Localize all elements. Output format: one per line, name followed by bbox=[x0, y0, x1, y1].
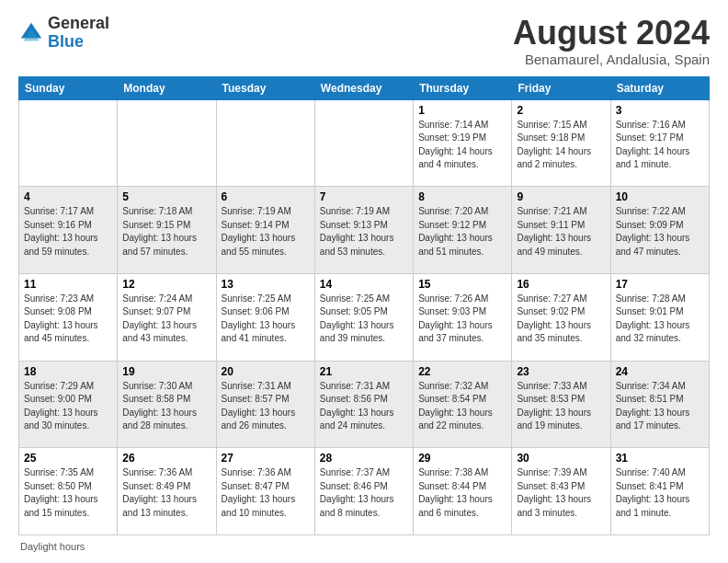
day-info: Sunrise: 7:34 AMSunset: 8:51 PMDaylight:… bbox=[616, 380, 704, 433]
calendar-cell: 9Sunrise: 7:21 AMSunset: 9:11 PMDaylight… bbox=[512, 187, 610, 274]
calendar-cell: 8Sunrise: 7:20 AMSunset: 9:12 PMDaylight… bbox=[414, 187, 512, 274]
calendar-cell: 26Sunrise: 7:36 AMSunset: 8:49 PMDayligh… bbox=[118, 448, 216, 535]
calendar-cell: 3Sunrise: 7:16 AMSunset: 9:17 PMDaylight… bbox=[610, 99, 709, 187]
day-number: 29 bbox=[418, 452, 506, 465]
day-info: Sunrise: 7:35 AMSunset: 8:50 PMDaylight:… bbox=[24, 466, 112, 520]
day-info: Sunrise: 7:19 AMSunset: 9:13 PMDaylight:… bbox=[320, 205, 408, 259]
page: General Blue August 2024 Benamaurel, And… bbox=[0, 0, 728, 563]
calendar-cell: 22Sunrise: 7:32 AMSunset: 8:54 PMDayligh… bbox=[414, 361, 512, 448]
calendar-week-row: 25Sunrise: 7:35 AMSunset: 8:50 PMDayligh… bbox=[19, 448, 710, 535]
day-info: Sunrise: 7:25 AMSunset: 9:05 PMDaylight:… bbox=[320, 293, 408, 346]
calendar-cell: 29Sunrise: 7:38 AMSunset: 8:44 PMDayligh… bbox=[414, 448, 512, 535]
day-number: 23 bbox=[517, 365, 605, 378]
day-number: 21 bbox=[320, 365, 408, 378]
day-info: Sunrise: 7:14 AMSunset: 9:19 PMDaylight:… bbox=[418, 119, 506, 172]
logo-text: General Blue bbox=[48, 15, 109, 52]
day-number: 17 bbox=[616, 278, 704, 291]
calendar-week-row: 4Sunrise: 7:17 AMSunset: 9:16 PMDaylight… bbox=[19, 187, 710, 274]
day-number: 19 bbox=[122, 365, 210, 378]
calendar-cell: 16Sunrise: 7:27 AMSunset: 9:02 PMDayligh… bbox=[512, 273, 610, 361]
day-number: 9 bbox=[517, 190, 605, 203]
calendar-table: SundayMondayTuesdayWednesdayThursdayFrid… bbox=[18, 76, 710, 535]
calendar-cell: 10Sunrise: 7:22 AMSunset: 9:09 PMDayligh… bbox=[610, 187, 709, 274]
day-info: Sunrise: 7:40 AMSunset: 8:41 PMDaylight:… bbox=[616, 466, 704, 520]
day-info: Sunrise: 7:33 AMSunset: 8:53 PMDaylight:… bbox=[517, 380, 605, 433]
day-number: 1 bbox=[418, 104, 506, 117]
day-number: 11 bbox=[24, 278, 112, 291]
logo: General Blue bbox=[18, 15, 109, 52]
calendar-cell bbox=[314, 99, 413, 187]
day-number: 4 bbox=[24, 190, 112, 203]
day-info: Sunrise: 7:36 AMSunset: 8:49 PMDaylight:… bbox=[122, 466, 210, 520]
calendar-header-row: SundayMondayTuesdayWednesdayThursdayFrid… bbox=[19, 76, 710, 99]
day-info: Sunrise: 7:30 AMSunset: 8:58 PMDaylight:… bbox=[122, 380, 210, 433]
calendar-cell: 1Sunrise: 7:14 AMSunset: 9:19 PMDaylight… bbox=[414, 99, 512, 187]
day-number: 24 bbox=[616, 365, 704, 378]
calendar-cell: 28Sunrise: 7:37 AMSunset: 8:46 PMDayligh… bbox=[314, 448, 413, 535]
day-info: Sunrise: 7:20 AMSunset: 9:12 PMDaylight:… bbox=[418, 205, 506, 259]
calendar-day-header: Sunday bbox=[19, 76, 118, 99]
day-number: 5 bbox=[122, 190, 210, 203]
day-number: 25 bbox=[24, 452, 112, 465]
day-number: 16 bbox=[517, 278, 605, 291]
day-info: Sunrise: 7:27 AMSunset: 9:02 PMDaylight:… bbox=[517, 293, 605, 346]
day-info: Sunrise: 7:29 AMSunset: 9:00 PMDaylight:… bbox=[24, 380, 112, 433]
calendar-week-row: 11Sunrise: 7:23 AMSunset: 9:08 PMDayligh… bbox=[19, 273, 710, 361]
day-info: Sunrise: 7:25 AMSunset: 9:06 PMDaylight:… bbox=[222, 293, 310, 346]
footer-note: Daylight hours bbox=[18, 541, 710, 552]
calendar-cell: 11Sunrise: 7:23 AMSunset: 9:08 PMDayligh… bbox=[19, 273, 118, 361]
day-info: Sunrise: 7:22 AMSunset: 9:09 PMDaylight:… bbox=[616, 205, 704, 259]
header: General Blue August 2024 Benamaurel, And… bbox=[18, 15, 710, 67]
day-number: 27 bbox=[222, 452, 310, 465]
calendar-cell: 19Sunrise: 7:30 AMSunset: 8:58 PMDayligh… bbox=[118, 361, 216, 448]
day-number: 13 bbox=[222, 278, 310, 291]
month-title: August 2024 bbox=[513, 15, 710, 52]
day-info: Sunrise: 7:32 AMSunset: 8:54 PMDaylight:… bbox=[418, 380, 506, 433]
day-number: 28 bbox=[320, 452, 408, 465]
location: Benamaurel, Andalusia, Spain bbox=[513, 52, 710, 67]
calendar-cell: 13Sunrise: 7:25 AMSunset: 9:06 PMDayligh… bbox=[216, 273, 314, 361]
calendar-cell bbox=[19, 99, 118, 187]
calendar-cell: 12Sunrise: 7:24 AMSunset: 9:07 PMDayligh… bbox=[118, 273, 216, 361]
calendar-cell bbox=[216, 99, 314, 187]
day-info: Sunrise: 7:26 AMSunset: 9:03 PMDaylight:… bbox=[418, 293, 506, 346]
calendar-cell: 4Sunrise: 7:17 AMSunset: 9:16 PMDaylight… bbox=[19, 187, 118, 274]
calendar-day-header: Monday bbox=[118, 76, 216, 99]
day-number: 31 bbox=[616, 452, 704, 465]
calendar-cell: 24Sunrise: 7:34 AMSunset: 8:51 PMDayligh… bbox=[610, 361, 709, 448]
day-info: Sunrise: 7:18 AMSunset: 9:15 PMDaylight:… bbox=[122, 205, 210, 259]
calendar-cell: 7Sunrise: 7:19 AMSunset: 9:13 PMDaylight… bbox=[314, 187, 413, 274]
calendar-day-header: Wednesday bbox=[314, 76, 413, 99]
calendar-week-row: 18Sunrise: 7:29 AMSunset: 9:00 PMDayligh… bbox=[19, 361, 710, 448]
day-number: 10 bbox=[616, 190, 704, 203]
day-info: Sunrise: 7:38 AMSunset: 8:44 PMDaylight:… bbox=[418, 466, 506, 520]
day-info: Sunrise: 7:28 AMSunset: 9:01 PMDaylight:… bbox=[616, 293, 704, 346]
day-info: Sunrise: 7:15 AMSunset: 9:18 PMDaylight:… bbox=[517, 119, 605, 172]
day-number: 2 bbox=[517, 104, 605, 117]
day-info: Sunrise: 7:37 AMSunset: 8:46 PMDaylight:… bbox=[320, 466, 408, 520]
calendar-cell: 18Sunrise: 7:29 AMSunset: 9:00 PMDayligh… bbox=[19, 361, 118, 448]
calendar-cell: 20Sunrise: 7:31 AMSunset: 8:57 PMDayligh… bbox=[216, 361, 314, 448]
calendar-cell: 14Sunrise: 7:25 AMSunset: 9:05 PMDayligh… bbox=[314, 273, 413, 361]
calendar-cell: 27Sunrise: 7:36 AMSunset: 8:47 PMDayligh… bbox=[216, 448, 314, 535]
day-number: 26 bbox=[122, 452, 210, 465]
day-number: 18 bbox=[24, 365, 112, 378]
day-info: Sunrise: 7:17 AMSunset: 9:16 PMDaylight:… bbox=[24, 205, 112, 259]
calendar-day-header: Thursday bbox=[414, 76, 512, 99]
day-number: 14 bbox=[320, 278, 408, 291]
day-info: Sunrise: 7:16 AMSunset: 9:17 PMDaylight:… bbox=[616, 119, 704, 172]
calendar-cell: 30Sunrise: 7:39 AMSunset: 8:43 PMDayligh… bbox=[512, 448, 610, 535]
day-info: Sunrise: 7:39 AMSunset: 8:43 PMDaylight:… bbox=[517, 466, 605, 520]
day-number: 15 bbox=[418, 278, 506, 291]
day-info: Sunrise: 7:31 AMSunset: 8:56 PMDaylight:… bbox=[320, 380, 408, 433]
calendar-cell: 31Sunrise: 7:40 AMSunset: 8:41 PMDayligh… bbox=[610, 448, 709, 535]
calendar-day-header: Friday bbox=[512, 76, 610, 99]
day-info: Sunrise: 7:23 AMSunset: 9:08 PMDaylight:… bbox=[24, 293, 112, 346]
day-number: 30 bbox=[517, 452, 605, 465]
daylight-label: Daylight hours bbox=[20, 541, 85, 552]
title-block: August 2024 Benamaurel, Andalusia, Spain bbox=[513, 15, 710, 67]
calendar-cell: 23Sunrise: 7:33 AMSunset: 8:53 PMDayligh… bbox=[512, 361, 610, 448]
calendar-cell: 6Sunrise: 7:19 AMSunset: 9:14 PMDaylight… bbox=[216, 187, 314, 274]
day-info: Sunrise: 7:24 AMSunset: 9:07 PMDaylight:… bbox=[122, 293, 210, 346]
calendar-cell: 5Sunrise: 7:18 AMSunset: 9:15 PMDaylight… bbox=[118, 187, 216, 274]
